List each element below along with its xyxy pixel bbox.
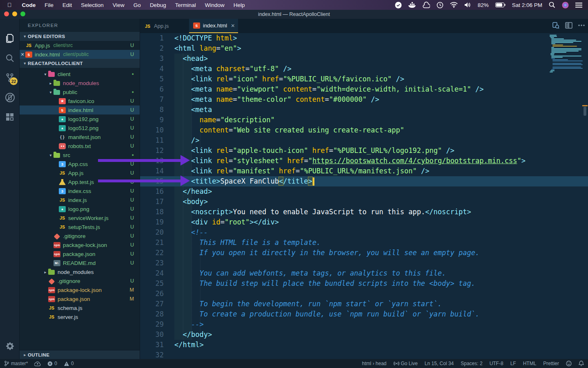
tree-item[interactable]: JSschema.js	[20, 303, 140, 312]
tree-item[interactable]: npmpackage.jsonU	[20, 249, 140, 258]
tree-item[interactable]: JSsetupTests.jsU	[20, 222, 140, 231]
code-line[interactable]: 14 <link rel="manifest" href="%PUBLIC_UR…	[140, 166, 588, 176]
scrollbar-thumb[interactable]	[584, 107, 586, 116]
tree-item[interactable]: M↓README.mdU	[20, 258, 140, 267]
status-ln-15-col-34[interactable]: Ln 15, Col 34	[425, 361, 454, 366]
tree-item[interactable]: ★favicon.icoU	[20, 96, 140, 105]
code-line[interactable]: 6 <meta name="viewport" content="width=d…	[140, 84, 588, 94]
tree-item[interactable]: 5index.htmlU	[20, 105, 140, 114]
siri-icon[interactable]	[562, 2, 569, 9]
code-line[interactable]: 9 name="description"	[140, 115, 588, 125]
outline-header[interactable]: ▸ OUTLINE	[20, 350, 140, 359]
code-line[interactable]: 29 -->	[140, 319, 588, 330]
more-actions-icon[interactable]	[578, 25, 585, 26]
code-line[interactable]: 2<html lang="en">	[140, 43, 588, 54]
search-icon[interactable]	[0, 48, 20, 68]
tree-item[interactable]: robots.txtU	[20, 141, 140, 150]
tree-item[interactable]: .gitignoreU	[20, 231, 140, 240]
status-html[interactable]: HTML	[523, 361, 537, 366]
code-line[interactable]: 13 <link rel="stylesheet" href="https://…	[140, 156, 588, 166]
code-editor[interactable]: 1<!DOCTYPE html>2<html lang="en">3 <head…	[140, 33, 588, 359]
code-line[interactable]: 15 <title>SpaceX FanClub</title>	[140, 176, 588, 186]
tree-item[interactable]: ▲logo512.pngU	[20, 123, 140, 132]
tree-item[interactable]: npmpackage-lock.jsonU	[20, 240, 140, 249]
menu-item-terminal[interactable]: Terminal	[171, 2, 200, 8]
wifi-icon[interactable]	[450, 2, 458, 8]
code-line[interactable]: 25 The build step will place the bundled…	[140, 278, 588, 289]
status-html-head[interactable]: html › head	[362, 361, 386, 366]
tree-item[interactable]: ▸node_modules	[20, 79, 140, 88]
tab-index.html[interactable]: 5index.html✕	[189, 19, 238, 33]
status-bell[interactable]	[579, 361, 584, 366]
time-machine-icon[interactable]	[437, 2, 443, 9]
code-line[interactable]: 4 <meta charset="utf-8" />	[140, 64, 588, 74]
debug-icon[interactable]	[0, 88, 20, 107]
status-smiley[interactable]	[566, 361, 572, 366]
tree-item[interactable]: JSindex.jsU	[20, 195, 140, 204]
menu-item-file[interactable]: File	[40, 2, 58, 8]
code-line[interactable]: 24 You can add webfonts, meta tags, or a…	[140, 268, 588, 278]
close-window-button[interactable]	[4, 11, 9, 16]
split-editor-icon[interactable]	[565, 22, 572, 29]
spotlight-icon[interactable]	[549, 2, 555, 8]
notification-center-icon[interactable]	[575, 2, 582, 8]
open-changes-icon[interactable]	[552, 22, 559, 29]
code-line[interactable]: 17 <body>	[140, 197, 588, 207]
tree-item[interactable]: npmpackage.jsonM	[20, 294, 140, 303]
creative-cloud-icon[interactable]	[423, 2, 430, 8]
code-line[interactable]: 23	[140, 258, 588, 268]
code-line[interactable]: 21 This HTML file is a template.	[140, 238, 588, 248]
extensions-icon[interactable]	[0, 107, 20, 127]
tree-item[interactable]: ▸node_modules	[20, 267, 140, 276]
tree-item[interactable]: ▲logo192.pngU	[20, 114, 140, 123]
code-line[interactable]: 18 <noscript>You need to enable JavaScri…	[140, 207, 588, 217]
menu-app[interactable]: Code	[18, 2, 40, 8]
code-line[interactable]: 1<!DOCTYPE html>	[140, 33, 588, 43]
tree-item[interactable]: JSApp.jsU	[20, 168, 140, 177]
window-title-bar[interactable]: index.html — ReactApolloClient	[0, 10, 588, 19]
tree-item[interactable]: npmpackage-lock.jsonM	[20, 285, 140, 294]
code-line[interactable]: 7 <meta name="theme-color" content="#000…	[140, 94, 588, 105]
status-sync[interactable]	[34, 361, 41, 366]
open-editors-header[interactable]: ▾ OPEN EDITORS	[20, 32, 140, 41]
status-0[interactable]: 0	[47, 361, 57, 366]
tree-item[interactable]: JSserver.js	[20, 312, 140, 321]
open-editor-item[interactable]: ✕5index.htmlclient/publicU	[20, 50, 140, 59]
status-lf[interactable]: LF	[510, 361, 516, 366]
menu-item-selection[interactable]: Selection	[76, 2, 108, 8]
status-utf-8[interactable]: UTF-8	[490, 361, 503, 366]
code-line[interactable]: 3 <head>	[140, 54, 588, 64]
code-line[interactable]: 5 <link rel="icon" href="%PUBLIC_URL%/fa…	[140, 74, 588, 84]
status-master-[interactable]: master*	[4, 361, 28, 366]
zoom-window-button[interactable]	[20, 11, 25, 16]
code-line[interactable]: 30 </body>	[140, 330, 588, 340]
code-line[interactable]: 20 <!--	[140, 227, 588, 238]
docker-icon[interactable]	[408, 2, 416, 8]
tree-item[interactable]: ▾src●	[20, 150, 140, 159]
code-line[interactable]: 27 To begin the development, run `npm st…	[140, 299, 588, 309]
menu-item-window[interactable]: Window	[200, 2, 229, 8]
checkmark-icon[interactable]	[395, 2, 402, 9]
tree-item[interactable]: { }manifest.jsonU	[20, 132, 140, 141]
project-root-header[interactable]: ▾ REACTAPOLLOCLIENT	[20, 59, 140, 68]
code-line[interactable]: 10 content="Web site created using creat…	[140, 125, 588, 135]
code-line[interactable]: 11 />	[140, 135, 588, 146]
apple-menu-icon[interactable]: 	[7, 2, 12, 8]
code-line[interactable]: 22 If you open it directly in the browse…	[140, 248, 588, 258]
volume-icon[interactable]	[464, 2, 471, 8]
code-line[interactable]: 26	[140, 289, 588, 299]
code-line[interactable]: 16 </head>	[140, 186, 588, 197]
code-line[interactable]: 28 To create a production bundle, use `n…	[140, 309, 588, 319]
tab-App.js[interactable]: JSApp.js	[140, 19, 189, 33]
menu-item-edit[interactable]: Edit	[58, 2, 76, 8]
close-editor-icon[interactable]: ✕	[20, 52, 25, 57]
menu-item-go[interactable]: Go	[129, 2, 145, 8]
open-editor-item[interactable]: JSApp.jsclient/srcU	[20, 41, 140, 50]
tree-item[interactable]: ▾public●	[20, 88, 140, 96]
minimize-window-button[interactable]	[12, 11, 17, 16]
status-prettier[interactable]: Prettier	[543, 361, 559, 366]
tree-item[interactable]: JSserviceWorker.jsU	[20, 213, 140, 222]
tree-item[interactable]: 3index.cssU	[20, 186, 140, 195]
menu-item-debug[interactable]: Debug	[145, 2, 171, 8]
menu-item-help[interactable]: Help	[229, 2, 249, 8]
